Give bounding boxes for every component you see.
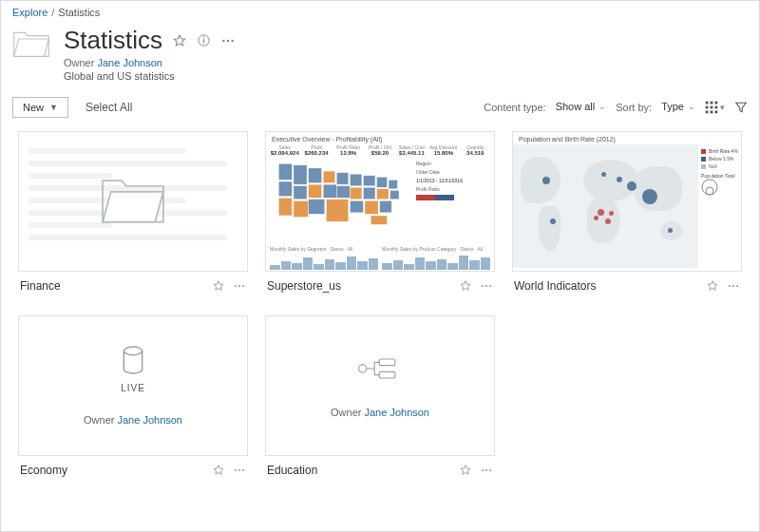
more-actions-icon[interactable] [727,279,740,293]
svg-rect-30 [336,173,349,185]
svg-rect-38 [377,177,388,187]
svg-rect-36 [363,187,375,200]
flow-icon [356,354,404,386]
svg-point-56 [238,469,240,471]
card-title[interactable]: Education [267,464,451,477]
svg-rect-45 [435,195,454,200]
svg-point-52 [732,285,734,287]
dashboard-title: Executive Overview - Profitability (All) [266,132,494,144]
favorite-star-icon[interactable] [706,279,719,293]
svg-point-46 [482,285,484,287]
svg-rect-11 [715,106,718,109]
svg-rect-59 [379,359,395,366]
select-all-button[interactable]: Select All [86,101,132,114]
card-thumb-folder[interactable] [18,131,248,272]
svg-rect-22 [294,186,307,200]
svg-rect-41 [389,180,397,188]
card-thumb-workbook[interactable]: Executive Overview - Profitability (All)… [265,131,495,272]
svg-rect-18 [278,163,292,180]
svg-point-50 [706,187,713,195]
svg-rect-43 [370,216,387,224]
svg-rect-10 [711,106,713,109]
favorite-star-icon[interactable] [459,464,472,477]
card-superstore: Executive Overview - Profitability (All)… [265,131,495,293]
svg-rect-35 [363,176,375,186]
svg-rect-19 [278,181,292,197]
svg-rect-7 [711,102,713,104]
svg-point-62 [485,469,487,471]
owner-link[interactable]: Jane Johnson [97,57,162,68]
card-title[interactable]: World Indicators [514,279,698,293]
svg-rect-12 [706,111,709,114]
owner-label: Owner [64,57,94,68]
more-actions-icon[interactable] [233,279,246,293]
chevron-down-icon: ⌄ [598,102,606,111]
more-actions-icon[interactable] [480,279,493,293]
card-thumb-datasource[interactable]: LIVE Owner Jane Johnson [18,315,248,456]
svg-rect-20 [278,198,292,216]
card-finance: Finance [18,131,248,293]
svg-rect-27 [323,171,335,183]
view-grid-toggle[interactable]: ▾ [705,101,725,114]
svg-point-53 [736,285,738,287]
svg-rect-29 [326,200,348,221]
svg-rect-24 [309,168,322,183]
card-title[interactable]: Superstore_us [267,279,451,293]
toolbar: New ▼ Select All Content type: Show all … [1,89,759,125]
page-header: Statistics Owner Jane Johnson Global and… [1,22,759,89]
svg-rect-31 [336,186,350,199]
svg-rect-28 [323,184,336,198]
new-button[interactable]: New ▼ [12,97,68,118]
more-actions-icon[interactable] [480,464,493,477]
card-title[interactable]: Finance [20,279,204,293]
filter-icon[interactable] [734,101,748,114]
owner-link[interactable]: Jane Johnson [117,414,182,426]
svg-rect-14 [715,111,718,114]
favorite-star-icon[interactable] [172,33,187,48]
page-title: Statistics [64,26,162,55]
svg-rect-9 [706,106,709,109]
new-button-label: New [23,102,44,113]
svg-rect-42 [390,190,399,199]
svg-point-3 [222,39,224,41]
info-icon[interactable] [197,33,211,48]
breadcrumb-root[interactable]: Explore [12,7,48,18]
more-actions-icon[interactable] [220,33,236,48]
svg-rect-40 [380,200,392,213]
svg-rect-6 [706,102,709,104]
svg-rect-2 [203,37,204,38]
card-title[interactable]: Economy [20,464,204,477]
us-map [270,158,412,242]
project-folder-icon [12,26,50,65]
owner-link[interactable]: Jane Johnson [364,407,429,418]
svg-rect-8 [715,102,718,104]
sort-by-select[interactable]: Type ⌄ [661,101,695,114]
map-legend: Birth Rate 4% Below 1.5% Null Population… [697,144,741,268]
owner-line: Owner Jane Johnson [84,414,182,426]
svg-rect-25 [309,184,322,198]
svg-point-57 [242,469,244,471]
svg-rect-23 [294,200,309,217]
svg-point-51 [729,285,731,287]
svg-point-15 [235,285,237,287]
svg-rect-44 [416,195,435,200]
breadcrumb-current: Statistics [58,7,100,18]
svg-rect-21 [294,165,307,184]
sort-by-label: Sort by: [616,102,652,113]
favorite-star-icon[interactable] [212,464,225,477]
dashboard-title: Population and Birth Rate (2012) [513,132,741,144]
caret-down-icon: ▾ [720,103,725,112]
card-thumb-flow[interactable]: Owner Jane Johnson [265,315,495,456]
content-type-select[interactable]: Show all ⌄ [556,101,607,114]
world-map [513,144,697,268]
more-actions-icon[interactable] [233,464,246,477]
svg-point-5 [231,39,233,41]
content-grid: Finance Executive Overview - Profitabili… [1,125,759,490]
svg-rect-33 [350,187,362,200]
favorite-star-icon[interactable] [459,279,472,293]
card-thumb-workbook[interactable]: Population and Birth Rate (2012) [512,131,742,272]
svg-point-16 [238,285,240,287]
favorite-star-icon[interactable] [212,279,225,293]
svg-rect-32 [350,174,362,186]
svg-rect-1 [203,39,204,43]
